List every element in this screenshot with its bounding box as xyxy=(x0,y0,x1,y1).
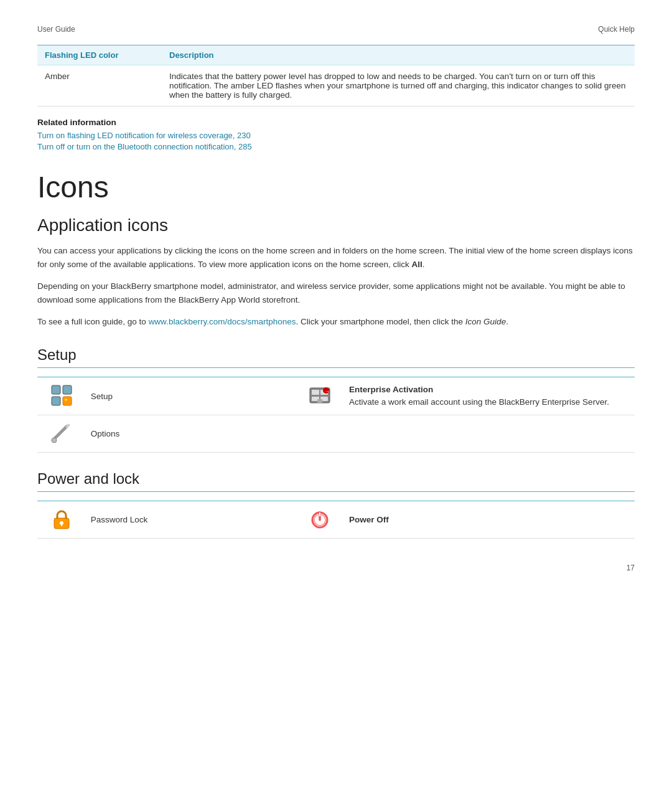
led-table: Flashing LED color Description AmberIndi… xyxy=(37,45,635,106)
icon-label: Enterprise Activation xyxy=(349,385,433,394)
icons-heading: Icons xyxy=(37,170,635,204)
svg-rect-2 xyxy=(52,397,60,405)
power-lock-heading: Power and lock xyxy=(37,470,635,488)
header-left: User Guide xyxy=(37,25,75,34)
svg-rect-1 xyxy=(63,385,72,394)
setup-heading: Setup xyxy=(37,346,635,364)
icon-desc-cell: Enterprise ActivationActivate a work ema… xyxy=(344,377,635,415)
blackberry-link[interactable]: www.blackberry.com/docs/smartphones xyxy=(149,317,296,326)
icon-img-cell-right: → xyxy=(296,377,344,415)
setup-divider xyxy=(37,367,635,368)
related-info: Related information Turn on flashing LED… xyxy=(37,118,635,151)
power-lock-divider xyxy=(37,491,635,492)
svg-rect-6 xyxy=(312,390,319,395)
svg-point-15 xyxy=(52,438,57,443)
icon-desc-cell: Power Off xyxy=(344,501,635,539)
icon-label-cell: Options xyxy=(86,415,296,453)
led-color-cell: Amber xyxy=(37,65,162,106)
related-info-title: Related information xyxy=(37,118,635,127)
icon-img-cell: * xyxy=(37,377,86,415)
setup-table-row: * Setup → Enterprise ActivationActivate … xyxy=(37,377,635,415)
related-links: Turn on flashing LED notification for wi… xyxy=(37,131,635,151)
svg-text:*: * xyxy=(65,398,67,405)
icon-label-cell: Password Lock xyxy=(86,501,296,539)
power-lock-table: Password Lock Power Off xyxy=(37,501,635,539)
icon-img-cell-right xyxy=(296,501,344,539)
icon-label-cell: Setup xyxy=(86,377,296,415)
led-col2-header: Description xyxy=(162,45,635,65)
application-icons-heading: Application icons xyxy=(37,215,635,235)
led-col1-header: Flashing LED color xyxy=(37,45,162,65)
related-link[interactable]: Turn on flashing LED notification for wi… xyxy=(37,131,635,140)
icon-desc-cell xyxy=(344,415,635,453)
icon-img-cell xyxy=(37,415,86,453)
led-table-row: AmberIndicates that the battery power le… xyxy=(37,65,635,106)
icon-img-cell-right xyxy=(296,415,344,453)
svg-text:→: → xyxy=(325,388,330,394)
power-table-row: Password Lock Power Off xyxy=(37,501,635,539)
page-header: User Guide Quick Help xyxy=(37,25,635,34)
setup-table: * Setup → Enterprise ActivationActivate … xyxy=(37,377,635,453)
icon-label: Power Off xyxy=(349,515,389,524)
app-icons-para1: You can access your applications by clic… xyxy=(37,244,635,271)
led-desc-cell: Indicates that the battery power level h… xyxy=(162,65,635,106)
related-link[interactable]: Turn off or turn on the Bluetooth connec… xyxy=(37,142,635,151)
icon-img-cell xyxy=(37,501,86,539)
svg-rect-10 xyxy=(317,399,322,404)
led-table-header-row: Flashing LED color Description xyxy=(37,45,635,65)
svg-rect-0 xyxy=(52,385,60,394)
app-icons-para3: To see a full icon guide, go to www.blac… xyxy=(37,315,635,329)
app-icons-para2: Depending on your BlackBerry smartphone … xyxy=(37,280,635,306)
icon-description: Activate a work email account using the … xyxy=(349,397,609,407)
page-number: 17 xyxy=(37,564,635,572)
header-right: Quick Help xyxy=(598,25,635,34)
setup-table-row: Options xyxy=(37,415,635,453)
svg-rect-19 xyxy=(61,523,62,526)
icon-guide-italic: Icon Guide xyxy=(465,317,506,326)
